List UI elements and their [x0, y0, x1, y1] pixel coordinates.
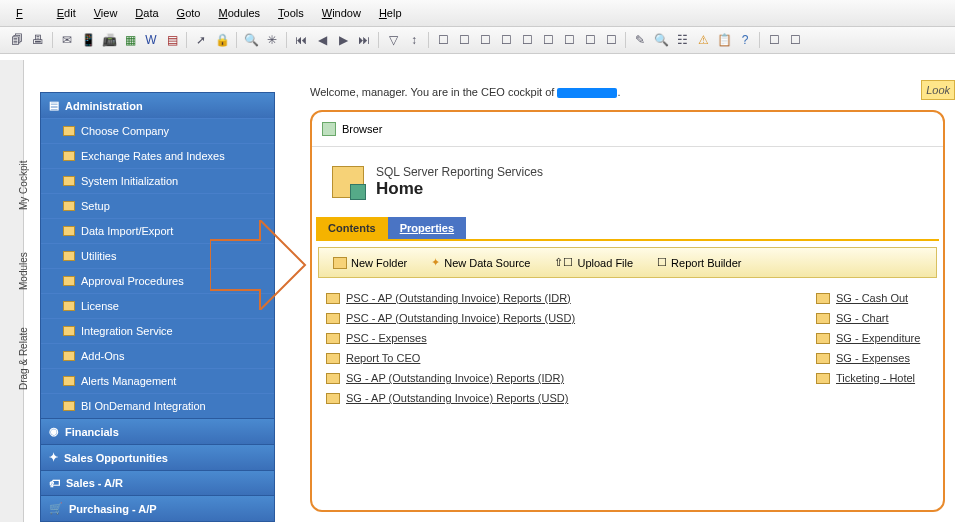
- report-link[interactable]: PSC - Expenses: [326, 328, 816, 348]
- menu-tools[interactable]: Tools: [270, 4, 312, 22]
- report-link[interactable]: SG - Expenses: [816, 348, 920, 368]
- tab-contents[interactable]: Contents: [316, 217, 388, 239]
- menu-help[interactable]: Help: [371, 4, 410, 22]
- report-col-1: PSC - AP (Outstanding Invoice) Reports (…: [326, 288, 816, 408]
- nav-item-integration[interactable]: Integration Service: [41, 318, 274, 343]
- tab-properties[interactable]: Properties: [388, 217, 466, 239]
- look-button[interactable]: Look: [921, 80, 955, 100]
- sms-icon[interactable]: 📱: [79, 31, 97, 49]
- nav-item-bi-ondemand[interactable]: BI OnDemand Integration: [41, 393, 274, 418]
- pdf-icon[interactable]: ▤: [163, 31, 181, 49]
- doc6-icon[interactable]: ☐: [539, 31, 557, 49]
- report-link[interactable]: PSC - AP (Outstanding Invoice) Reports (…: [326, 308, 816, 328]
- preview-icon[interactable]: 🗐: [8, 31, 26, 49]
- nav-item-alerts[interactable]: Alerts Management: [41, 368, 274, 393]
- nav-section-sales-opp[interactable]: ✦Sales Opportunities: [41, 444, 274, 470]
- folder-icon: [63, 376, 75, 386]
- doc1-icon[interactable]: ☐: [434, 31, 452, 49]
- query-icon[interactable]: ☷: [673, 31, 691, 49]
- folder-icon: [63, 276, 75, 286]
- print-icon[interactable]: 🖶: [29, 31, 47, 49]
- report-link[interactable]: SG - AP (Outstanding Invoice) Reports (U…: [326, 388, 816, 408]
- report-link[interactable]: Ticketing - Hotel: [816, 368, 920, 388]
- browser-panel: Browser SQL Server Reporting Services Ho…: [310, 110, 945, 512]
- doc8-icon[interactable]: ☐: [581, 31, 599, 49]
- nav-header-label: Administration: [65, 100, 143, 112]
- report-link[interactable]: SG - Expenditure: [816, 328, 920, 348]
- doc4-icon[interactable]: ☐: [497, 31, 515, 49]
- filter-icon[interactable]: ▽: [384, 31, 402, 49]
- sort-icon[interactable]: ↕: [405, 31, 423, 49]
- help-icon[interactable]: ?: [736, 31, 754, 49]
- folder-icon: [63, 151, 75, 161]
- doc5-icon[interactable]: ☐: [518, 31, 536, 49]
- report-link[interactable]: Report To CEO: [326, 348, 816, 368]
- folder-icon: [63, 201, 75, 211]
- report-link[interactable]: SG - Cash Out: [816, 288, 920, 308]
- nav-item-system-init[interactable]: System Initialization: [41, 168, 274, 193]
- folder-icon: [326, 293, 340, 304]
- nav-item-exchange-rates[interactable]: Exchange Rates and Indexes: [41, 143, 274, 168]
- clip-icon[interactable]: 📋: [715, 31, 733, 49]
- nav-item-setup[interactable]: Setup: [41, 193, 274, 218]
- find-icon[interactable]: 🔍: [242, 31, 260, 49]
- doc2-icon[interactable]: ☐: [455, 31, 473, 49]
- launch-icon[interactable]: ➚: [192, 31, 210, 49]
- browser-title-label: Browser: [342, 123, 382, 135]
- nav-item-choose-company[interactable]: Choose Company: [41, 118, 274, 143]
- report2-icon[interactable]: ☐: [786, 31, 804, 49]
- menu-file[interactable]: F: [8, 4, 47, 22]
- tag-icon: 🏷: [49, 477, 60, 489]
- first-icon[interactable]: ⏮: [292, 31, 310, 49]
- report1-icon[interactable]: ☐: [765, 31, 783, 49]
- last-icon[interactable]: ⏭: [355, 31, 373, 49]
- alert-icon[interactable]: ⚠: [694, 31, 712, 49]
- folder-icon: [63, 301, 75, 311]
- lock-icon[interactable]: 🔒: [213, 31, 231, 49]
- search-db-icon[interactable]: 🔍: [652, 31, 670, 49]
- folder-icon: [816, 373, 830, 384]
- nav-item-addons[interactable]: Add-Ons: [41, 343, 274, 368]
- folder-icon: [63, 226, 75, 236]
- upload-file-button[interactable]: ⇧☐Upload File: [554, 256, 633, 269]
- menu-edit[interactable]: Edit: [49, 4, 84, 22]
- new-folder-button[interactable]: New Folder: [333, 257, 407, 269]
- nav-section-purchasing[interactable]: 🛒Purchasing - A/P: [41, 495, 274, 521]
- fax-icon[interactable]: 📠: [100, 31, 118, 49]
- new-data-source-button[interactable]: ✦New Data Source: [431, 256, 530, 269]
- new-icon[interactable]: ✳: [263, 31, 281, 49]
- doc7-icon[interactable]: ☐: [560, 31, 578, 49]
- word-icon[interactable]: W: [142, 31, 160, 49]
- next-icon[interactable]: ▶: [334, 31, 352, 49]
- email-icon[interactable]: ✉: [58, 31, 76, 49]
- folder-icon: [63, 326, 75, 336]
- menu-data[interactable]: Data: [127, 4, 166, 22]
- prev-icon[interactable]: ◀: [313, 31, 331, 49]
- report-link[interactable]: SG - AP (Outstanding Invoice) Reports (I…: [326, 368, 816, 388]
- side-tab-cockpit[interactable]: My Cockpit: [18, 161, 29, 210]
- report-list: PSC - AP (Outstanding Invoice) Reports (…: [312, 284, 943, 412]
- nav-header-administration[interactable]: ▤ Administration: [41, 93, 274, 118]
- doc9-icon[interactable]: ☐: [602, 31, 620, 49]
- arrow-annotation: [210, 220, 310, 310]
- edit-icon[interactable]: ✎: [631, 31, 649, 49]
- side-tab-modules[interactable]: Modules: [18, 252, 29, 290]
- browser-titlebar: Browser: [312, 112, 943, 147]
- handshake-icon: ✦: [49, 451, 58, 464]
- report-builder-icon: ☐: [657, 256, 667, 269]
- folder-icon: [63, 401, 75, 411]
- datasource-icon: ✦: [431, 256, 440, 269]
- excel-icon[interactable]: ▦: [121, 31, 139, 49]
- nav-section-financials[interactable]: ◉Financials: [41, 418, 274, 444]
- side-tab-drag[interactable]: Drag & Relate: [18, 327, 29, 390]
- report-builder-button[interactable]: ☐Report Builder: [657, 256, 741, 269]
- menu-goto[interactable]: Goto: [169, 4, 209, 22]
- menu-window[interactable]: Window: [314, 4, 369, 22]
- report-link[interactable]: PSC - AP (Outstanding Invoice) Reports (…: [326, 288, 816, 308]
- doc3-icon[interactable]: ☐: [476, 31, 494, 49]
- menu-view[interactable]: View: [86, 4, 126, 22]
- menu-modules[interactable]: Modules: [210, 4, 268, 22]
- browser-icon: [322, 122, 336, 136]
- nav-section-sales-ar[interactable]: 🏷Sales - A/R: [41, 470, 274, 495]
- report-link[interactable]: SG - Chart: [816, 308, 920, 328]
